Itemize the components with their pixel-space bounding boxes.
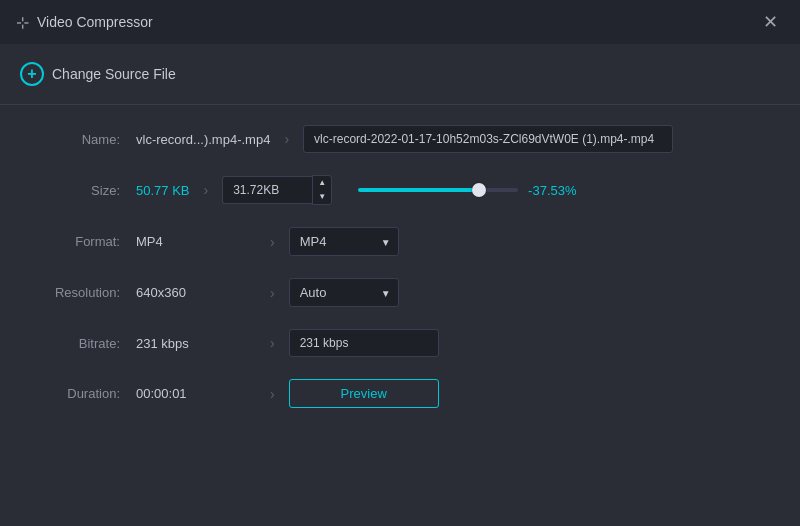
resolution-select[interactable]: Auto 1920x1080 1280x720 640x360 480x360: [289, 278, 399, 307]
size-source-value: 50.77 KB: [136, 183, 190, 198]
title-bar-left: ⊹ Video Compressor: [16, 13, 153, 32]
format-label: Format:: [30, 234, 120, 249]
app-icon: ⊹: [16, 13, 29, 32]
size-arrow-icon: ›: [204, 182, 209, 198]
name-row: Name: vlc-record...).mp4-.mp4 ›: [30, 125, 770, 153]
duration-source-value: 00:00:01: [136, 386, 256, 401]
preview-button[interactable]: Preview: [289, 379, 439, 408]
resolution-select-wrap: Auto 1920x1080 1280x720 640x360 480x360 …: [289, 278, 399, 307]
format-select[interactable]: MP4 AVI MKV MOV WMV: [289, 227, 399, 256]
size-percent-text: -37.53%: [528, 183, 586, 198]
name-arrow-icon: ›: [284, 131, 289, 147]
bitrate-row: Bitrate: 231 kbps ›: [30, 329, 770, 357]
name-output: [303, 125, 770, 153]
duration-row: Duration: 00:00:01 › Preview: [30, 379, 770, 408]
format-output: MP4 AVI MKV MOV WMV ▼: [289, 227, 770, 256]
format-source-value: MP4: [136, 234, 256, 249]
size-spin-up[interactable]: ▲: [313, 176, 331, 190]
duration-arrow-icon: ›: [270, 386, 275, 402]
size-output: ▲ ▼ -37.53%: [222, 175, 770, 205]
close-button[interactable]: ✕: [757, 11, 784, 33]
size-input-wrap: ▲ ▼: [222, 175, 332, 205]
format-arrow-icon: ›: [270, 234, 275, 250]
name-output-input[interactable]: [303, 125, 673, 153]
name-source-value: vlc-record...).mp4-.mp4: [136, 132, 270, 147]
plus-circle-icon: +: [20, 62, 44, 86]
resolution-output: Auto 1920x1080 1280x720 640x360 480x360 …: [289, 278, 770, 307]
size-row: Size: 50.77 KB › ▲ ▼ -37.53%: [30, 175, 770, 205]
bitrate-source-value: 231 kbps: [136, 336, 256, 351]
bitrate-label: Bitrate:: [30, 336, 120, 351]
size-output-input[interactable]: [222, 176, 312, 204]
title-bar: ⊹ Video Compressor ✕: [0, 0, 800, 44]
change-source-button[interactable]: + Change Source File: [20, 58, 176, 90]
main-content: Name: vlc-record...).mp4-.mp4 › Size: 50…: [0, 105, 800, 450]
toolbar: + Change Source File: [0, 44, 800, 105]
name-label: Name:: [30, 132, 120, 147]
size-spin-down[interactable]: ▼: [313, 190, 331, 204]
size-slider[interactable]: [358, 188, 518, 192]
size-spinner: ▲ ▼: [312, 175, 332, 205]
format-row: Format: MP4 › MP4 AVI MKV MOV WMV ▼: [30, 227, 770, 256]
format-select-wrap: MP4 AVI MKV MOV WMV ▼: [289, 227, 399, 256]
change-source-label: Change Source File: [52, 66, 176, 82]
resolution-source-value: 640x360: [136, 285, 256, 300]
resolution-row: Resolution: 640x360 › Auto 1920x1080 128…: [30, 278, 770, 307]
bitrate-output-input[interactable]: [289, 329, 439, 357]
app-title: Video Compressor: [37, 14, 153, 30]
duration-label: Duration:: [30, 386, 120, 401]
size-slider-wrap: -37.53%: [358, 183, 586, 198]
size-label: Size:: [30, 183, 120, 198]
resolution-arrow-icon: ›: [270, 285, 275, 301]
resolution-label: Resolution:: [30, 285, 120, 300]
bitrate-arrow-icon: ›: [270, 335, 275, 351]
duration-output: Preview: [289, 379, 770, 408]
bitrate-output: [289, 329, 770, 357]
